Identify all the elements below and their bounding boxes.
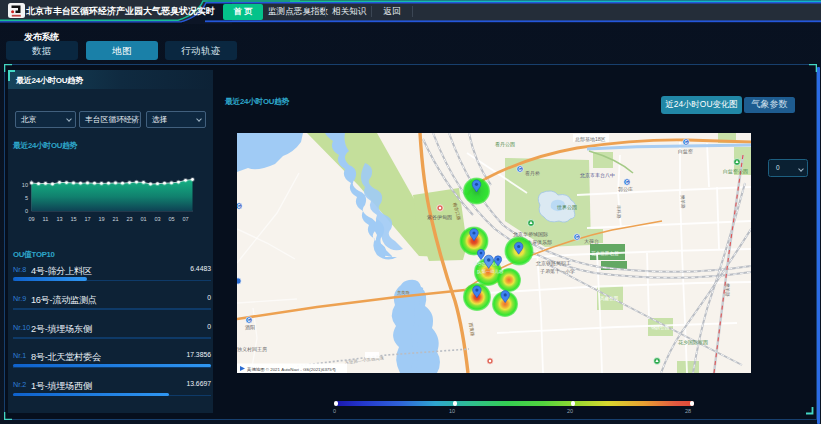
svg-text:北京铁路局职工: 北京铁路局职工	[536, 260, 571, 267]
svg-text:03: 03	[154, 216, 160, 222]
svg-text:G: G	[625, 180, 629, 185]
svg-text:15: 15	[70, 216, 76, 222]
svg-text:高德地图 © 2021 AutoNavi - GS(2021: 高德地图 © 2021 AutoNavi - GS(2021)6375号	[247, 367, 337, 372]
svg-text:独义村回王房: 独义村回王房	[237, 346, 267, 353]
svg-text:07: 07	[182, 216, 188, 222]
svg-text:世界公园: 世界公园	[556, 204, 577, 211]
svg-text:白盆窑公园: 白盆窑公园	[723, 168, 748, 175]
svg-text:G: G	[247, 318, 251, 323]
svg-text:酒阳: 酒阳	[245, 324, 255, 331]
svg-text:北京市丰台八中: 北京市丰台八中	[580, 172, 615, 179]
svg-text:13: 13	[56, 216, 62, 222]
svg-text:G: G	[518, 167, 522, 172]
svg-text:11: 11	[43, 216, 49, 222]
svg-text:队第一幼儿园: 队第一幼儿园	[477, 269, 503, 274]
svg-text:白盆窑: 白盆窑	[678, 148, 693, 155]
svg-text:京良路: 京良路	[397, 290, 410, 295]
svg-text:19: 19	[98, 216, 104, 222]
svg-text:G: G	[575, 235, 579, 240]
svg-text:樊羊路: 樊羊路	[725, 283, 730, 297]
svg-text:G: G	[237, 204, 241, 209]
svg-text:看丹公园: 看丹公园	[495, 141, 515, 148]
svg-text:锦绣公园: 锦绣公园	[651, 324, 669, 331]
svg-text:子弟第十一小学: 子弟第十一小学	[540, 268, 575, 275]
svg-text:看丹桥: 看丹桥	[525, 170, 540, 176]
svg-text:01: 01	[140, 216, 146, 222]
svg-text:17: 17	[84, 216, 90, 222]
svg-text:G: G	[684, 140, 688, 145]
svg-text:05: 05	[168, 216, 174, 222]
svg-text:10: 10	[22, 182, 28, 188]
svg-text:5: 5	[25, 195, 28, 201]
svg-text:紫谷伊甸园: 紫谷伊甸园	[427, 214, 452, 221]
svg-text:09: 09	[28, 216, 34, 222]
svg-text:郭公庄: 郭公庄	[618, 186, 633, 193]
svg-text:21: 21	[112, 216, 118, 222]
svg-text:0: 0	[25, 208, 28, 214]
svg-text:23: 23	[126, 216, 132, 222]
svg-text:总部基地18区: 总部基地18区	[575, 136, 606, 143]
svg-text:丰科路: 丰科路	[616, 205, 621, 219]
svg-text:大葆台: 大葆台	[584, 238, 599, 244]
svg-text:樊羊路: 樊羊路	[680, 195, 686, 209]
svg-text:花乡国际家园: 花乡国际家园	[678, 339, 708, 346]
